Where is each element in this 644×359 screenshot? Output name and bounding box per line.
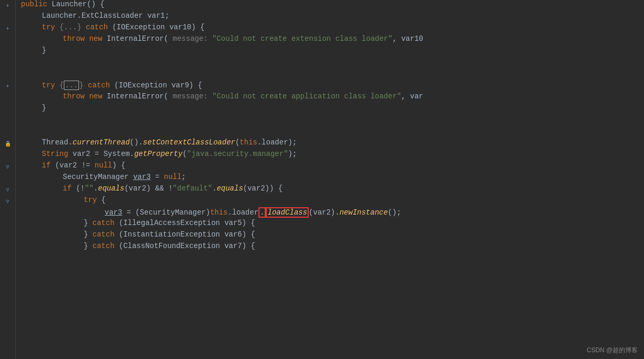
keyword-throw: throw bbox=[63, 35, 89, 43]
gutter-icon-17[interactable]: ▽ bbox=[4, 184, 12, 196]
keyword-if-2: if bbox=[63, 184, 76, 193]
var6-decl: var6) { bbox=[220, 230, 255, 239]
space bbox=[82, 23, 86, 31]
dotdotdot-2: { bbox=[60, 81, 64, 89]
paren-if-2: (! bbox=[76, 184, 85, 193]
keyword-string: String bbox=[42, 150, 68, 158]
keyword-null: null bbox=[95, 161, 112, 170]
gutter-icon-9 bbox=[4, 92, 12, 104]
red-box-loadclass: loadClass bbox=[266, 207, 309, 218]
instantiationexception-class: InstantiationException bbox=[123, 230, 220, 239]
method-setcontext: setContextClassLoader bbox=[143, 138, 235, 147]
string-empty: "" bbox=[85, 184, 94, 193]
method-equals: equals bbox=[98, 184, 124, 193]
keyword-try: try bbox=[42, 23, 60, 31]
paren-open3: ( bbox=[164, 92, 173, 100]
code-line-8: try {...} catch (IOException var9) { bbox=[16, 81, 644, 92]
red-box-highlight: . bbox=[258, 207, 266, 218]
var3-assign: var3 bbox=[105, 208, 122, 217]
dot: . bbox=[77, 12, 81, 20]
method-getproperty: getProperty bbox=[134, 150, 182, 158]
system-class: System bbox=[104, 150, 130, 158]
keyword-catch-3: catch bbox=[93, 219, 119, 227]
semi-null: ; bbox=[182, 173, 186, 181]
gutter-icon-28 bbox=[4, 311, 12, 322]
brace-try-3: { bbox=[97, 196, 106, 204]
brace-close-1: } bbox=[42, 46, 46, 54]
securitymanager-class: SecurityManager bbox=[63, 173, 133, 181]
brace-if: ) { bbox=[112, 161, 125, 170]
gutter-icon-3[interactable]: + bbox=[4, 23, 12, 35]
keyword-public: public bbox=[21, 0, 52, 8]
brace-close-2: } bbox=[42, 104, 46, 112]
code-line-1: public Launcher() { bbox=[16, 0, 644, 12]
gutter-icon-2 bbox=[4, 12, 12, 23]
dot-equals-2: . bbox=[212, 184, 217, 193]
var3-underline: var3 bbox=[133, 173, 151, 181]
gutter-icon-8[interactable]: + bbox=[4, 81, 12, 92]
method-equals-2: equals bbox=[217, 184, 243, 193]
dot3: . bbox=[130, 150, 134, 158]
string-security-manager: "java.security.manager" bbox=[187, 150, 288, 158]
gutter-icon-24 bbox=[4, 265, 12, 276]
gutter-icon-1[interactable]: + bbox=[4, 0, 12, 12]
dot-loader: .loader); bbox=[257, 138, 297, 147]
space2 bbox=[84, 81, 88, 89]
paren: ( bbox=[112, 23, 116, 31]
gutter-icon-18[interactable]: ▽ bbox=[4, 196, 12, 207]
gutter-icon-15[interactable]: ▽ bbox=[4, 161, 12, 173]
gutter-icon-11 bbox=[4, 115, 12, 127]
keyword-try-3: try bbox=[84, 196, 97, 204]
gutter-icon-12 bbox=[4, 127, 12, 138]
paren2: ( bbox=[114, 81, 118, 89]
param-label-message-2: message: bbox=[173, 92, 212, 100]
thread-class: Thread bbox=[42, 138, 68, 147]
code-line-2: Launcher.ExtClassLoader var1; bbox=[16, 12, 644, 23]
classnotfoundexception-class: ClassNotFoundException bbox=[123, 242, 220, 250]
brace-catch-close-3: } bbox=[84, 242, 93, 250]
class-launcher: Launcher bbox=[52, 0, 87, 8]
gutter-icon-7 bbox=[4, 69, 12, 81]
gutter-icon-22 bbox=[4, 242, 12, 253]
gutter-icon-20 bbox=[4, 219, 12, 230]
keyword-catch: catch bbox=[86, 23, 112, 31]
securitymanager-cast: SecurityManager bbox=[140, 208, 206, 217]
brace-catch-close: } bbox=[84, 219, 93, 227]
code-line-16: SecurityManager var3 = null; bbox=[16, 173, 644, 184]
var7-decl: var7) { bbox=[220, 242, 255, 250]
param-label-message: message: bbox=[173, 35, 212, 43]
code-line-5: } bbox=[16, 46, 644, 58]
string-ext-loader: "Could not create extension class loader… bbox=[212, 35, 392, 43]
gutter-icon-10 bbox=[4, 104, 12, 115]
comma-var: , var bbox=[401, 92, 423, 100]
internalerror-class-2: InternalError bbox=[107, 92, 164, 100]
keyword-new-2: new bbox=[89, 92, 107, 100]
gutter-icon-14 bbox=[4, 150, 12, 161]
keyword-throw-2: throw bbox=[63, 92, 89, 100]
gutter-icon-27 bbox=[4, 299, 12, 311]
gutter-icon-5 bbox=[4, 46, 12, 58]
keyword-null-2: null bbox=[164, 173, 182, 181]
method-loadclass: loadClass bbox=[267, 208, 307, 217]
code-line-21: } catch (InstantiationException var6) { bbox=[16, 230, 644, 242]
dot2: . bbox=[68, 138, 72, 147]
dot-equals: . bbox=[94, 184, 98, 193]
paren-var2-2: (var2)) { bbox=[243, 184, 283, 193]
keyword-new: new bbox=[89, 35, 107, 43]
paren-str: ( bbox=[183, 150, 187, 158]
code-area: public Launcher() { Launcher.ExtClassLoa… bbox=[16, 0, 644, 359]
keyword-catch-4: catch bbox=[93, 230, 119, 239]
gutter-icon-23 bbox=[4, 253, 12, 265]
code-line-14: String var2 = System.getProperty("java.s… bbox=[16, 150, 644, 161]
code-line-13: Thread.currentThread().setContextClassLo… bbox=[16, 138, 644, 150]
gutter-icon-26 bbox=[4, 288, 12, 299]
string-default: "default" bbox=[173, 184, 212, 193]
paren-close-semi: ); bbox=[288, 150, 297, 158]
keyword-this: this bbox=[240, 138, 257, 147]
gutter-icon-13: 🔒 bbox=[4, 138, 12, 150]
comma-var10: , var10 bbox=[392, 35, 423, 43]
keyword-if: if bbox=[42, 161, 55, 170]
code-line-10: } bbox=[16, 104, 644, 115]
code-line-19: var3 = (SecurityManager)this.loader.load… bbox=[16, 207, 644, 219]
gutter-icon-31 bbox=[4, 345, 12, 357]
